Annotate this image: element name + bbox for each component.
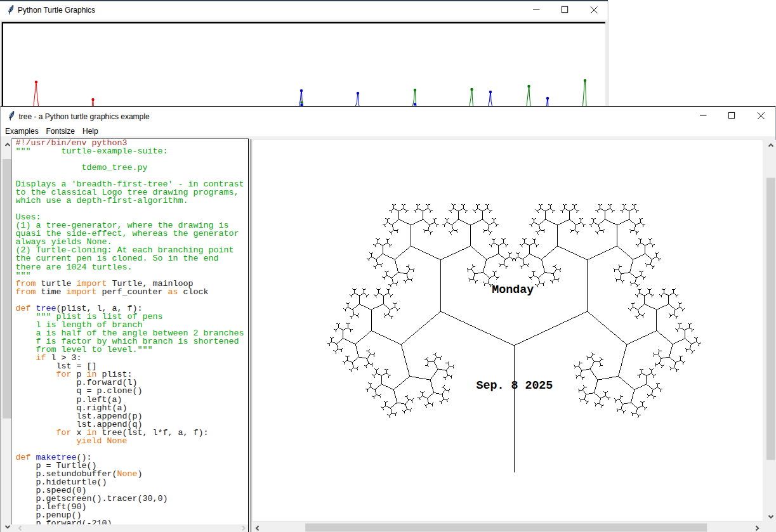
svg-text:Monday: Monday	[492, 283, 534, 297]
svg-text:Sep. 8 2025: Sep. 8 2025	[477, 379, 553, 393]
